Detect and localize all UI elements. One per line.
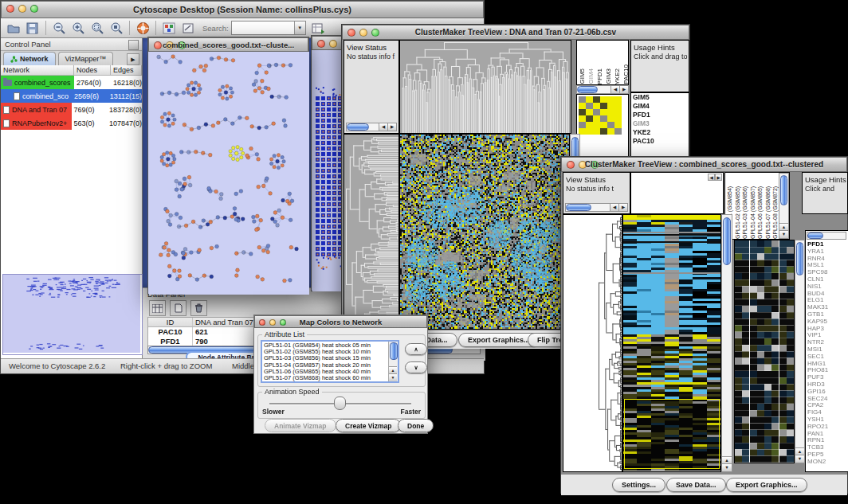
- zoom-in-icon[interactable]: [69, 20, 88, 37]
- column-label: YKE2: [614, 68, 622, 84]
- search-input[interactable]: [232, 22, 294, 33]
- zoom-selected-icon[interactable]: [88, 20, 107, 37]
- tab-overflow-icon[interactable]: ▶: [127, 53, 139, 65]
- speed-slider-thumb[interactable]: [334, 397, 346, 410]
- create-vizmap-button[interactable]: Create Vizmap: [336, 419, 401, 432]
- attribute-item[interactable]: GPL51-07 (GSM868) heat shock 60 min: [264, 375, 388, 381]
- birdseye-view[interactable]: [2, 274, 143, 355]
- scroll-left-icon[interactable]: ◀: [610, 204, 618, 211]
- scroll-down-icon[interactable]: ▼: [722, 463, 732, 471]
- treeview-button-bar: Settings...Save Data...Export Graphics..…: [561, 474, 847, 495]
- gene-label[interactable]: PFD1: [631, 111, 689, 119]
- column-nodes[interactable]: Nodes: [74, 65, 111, 76]
- scroll-left-icon[interactable]: ◀: [708, 174, 715, 181]
- column-dendrogram-panel[interactable]: ◀ ▶: [630, 172, 724, 214]
- column-edges[interactable]: Edges: [111, 65, 142, 76]
- scroll-right-icon[interactable]: ▶: [715, 174, 722, 181]
- scroll-right-icon[interactable]: ▶: [387, 123, 396, 131]
- done-button[interactable]: Done: [398, 419, 434, 432]
- move-up-button[interactable]: ∧: [405, 343, 427, 355]
- scroll-down-icon[interactable]: ▼: [779, 230, 788, 238]
- save-button[interactable]: [23, 20, 42, 37]
- network-view-canvas[interactable]: [149, 52, 309, 295]
- network-list-row[interactable]: RNAPuberNov2+563(0)107847(0): [1, 116, 142, 130]
- scrollbar-thumb[interactable]: [347, 123, 369, 131]
- h-scrollbar[interactable]: ◀ ▶: [346, 123, 397, 131]
- gene-label[interactable]: YKE2: [631, 128, 689, 137]
- listbox-scrollbar[interactable]: ▲ ▼: [388, 342, 398, 381]
- vizmapper-icon[interactable]: [159, 20, 179, 37]
- attribute-listbox[interactable]: GPL51-01 (GSM854) heat shock 05 minGPL51…: [261, 340, 399, 383]
- treeview-dna-title: ClusterMaker TreeView : DNA and Tran 07-…: [343, 28, 689, 37]
- help-icon[interactable]: [133, 20, 152, 37]
- gene-label[interactable]: GIM4: [631, 102, 689, 111]
- delete-attribute-icon[interactable]: [190, 300, 207, 316]
- column-labels-scrollbar[interactable]: ▲ ▼: [779, 173, 789, 239]
- folder-icon: [3, 80, 12, 86]
- scrollbar-thumb[interactable]: [807, 232, 823, 239]
- gene-list: PFD1YRA1RNR4MSL1SPC98CLN1NIS1BUD4ELG1MAK…: [807, 241, 848, 471]
- scroll-left-icon[interactable]: ◀: [610, 86, 619, 93]
- scroll-down-icon[interactable]: ▼: [389, 373, 397, 381]
- column-labels-panel[interactable]: GIM5GIM4PFD1GIM3YKE2PAC10: [576, 40, 629, 85]
- row-dendrogram-panel[interactable]: [563, 214, 622, 472]
- attribute-table-icon[interactable]: [149, 300, 166, 316]
- h-scrollbar[interactable]: ◀ ▶: [565, 203, 628, 212]
- zoom-fit-icon[interactable]: [107, 20, 126, 37]
- zoom-heatmap-panel[interactable]: [734, 240, 795, 463]
- scroll-down-icon[interactable]: ▼: [795, 455, 804, 463]
- scrollbar-thumb[interactable]: [796, 242, 803, 275]
- titlebar[interactable]: Map Colors to Network: [254, 315, 427, 328]
- h-scrollbar[interactable]: [807, 232, 846, 240]
- scroll-right-icon[interactable]: ▶: [619, 86, 628, 93]
- new-attribute-icon[interactable]: [170, 300, 186, 316]
- search-dropdown-icon[interactable]: ▼: [294, 21, 305, 34]
- view-status-text: No status info t: [566, 185, 630, 193]
- network-list-row[interactable]: DNA and Tran 07769(0)183728(0): [1, 103, 142, 116]
- float-panel-icon[interactable]: [128, 40, 139, 50]
- close-icon[interactable]: [317, 40, 325, 48]
- gene-label[interactable]: MON2: [807, 459, 848, 466]
- open-file-button[interactable]: [4, 20, 23, 37]
- move-down-button[interactable]: ∨: [405, 361, 427, 373]
- heatmap-panel[interactable]: [399, 134, 570, 330]
- scrollbar-thumb[interactable]: [723, 217, 731, 265]
- gene-label[interactable]: GIM3: [631, 119, 689, 128]
- gene-label[interactable]: GIM5: [631, 93, 689, 102]
- animation-speed-group: Animation Speed Slower Faster: [257, 392, 426, 419]
- minimize-icon[interactable]: [329, 40, 337, 48]
- scroll-right-icon[interactable]: ▶: [618, 204, 627, 211]
- column-network[interactable]: Network: [1, 65, 74, 76]
- v-scrollbar[interactable]: ▲ ▼: [721, 214, 732, 472]
- h-scrollbar[interactable]: ◀ ▶: [576, 85, 629, 94]
- titlebar[interactable]: ClusterMaker TreeView : combined_scores_…: [561, 157, 847, 172]
- heatmap-panel[interactable]: [622, 214, 721, 472]
- tab-network[interactable]: Network: [3, 52, 56, 65]
- treeview-button[interactable]: Settings...: [612, 478, 665, 492]
- gene-list-panel[interactable]: PFD1YRA1RNR4MSL1SPC98CLN1NIS1BUD4ELG1MAK…: [805, 230, 848, 472]
- import-table-icon[interactable]: [309, 20, 328, 37]
- scrollbar-thumb[interactable]: [390, 342, 398, 360]
- id-column-header[interactable]: ID: [148, 318, 193, 326]
- row-dendrogram-panel[interactable]: [344, 134, 399, 330]
- view-status-panel: View Status No status info t ◀ ▶: [563, 172, 630, 214]
- network-window-title: combined_scores_good.txt--cluste...: [149, 41, 308, 49]
- scrollbar-thumb[interactable]: [566, 204, 591, 211]
- main-titlebar[interactable]: Cytoscape Desktop (Session Name: collins…: [1, 1, 484, 18]
- column-dendrogram-panel[interactable]: [399, 40, 571, 134]
- tab-vizmapper[interactable]: VizMapper™: [58, 52, 114, 65]
- scrollbar-thumb[interactable]: [780, 175, 787, 205]
- animate-vizmap-button[interactable]: Animate Vizmap: [265, 419, 336, 432]
- scroll-left-icon[interactable]: ◀: [379, 123, 387, 131]
- treeview-button[interactable]: Save Data...: [666, 478, 726, 492]
- gene-label[interactable]: PAC10: [631, 137, 689, 146]
- titlebar[interactable]: ClusterMaker TreeView : DNA and Tran 07-…: [342, 25, 689, 40]
- treeview-button[interactable]: Export Graphics...: [726, 478, 807, 492]
- network-list-row[interactable]: combined_sco2569(6)13112(15): [1, 89, 142, 103]
- zoom-heatmap-scrollbar[interactable]: ▲ ▼: [795, 240, 805, 463]
- annotation-icon[interactable]: [179, 20, 198, 37]
- network-list-row[interactable]: combined_scores2764(0)16218(0): [1, 76, 142, 89]
- scrollbar-thumb[interactable]: [577, 86, 598, 93]
- titlebar[interactable]: combined_scores_good.txt--cluste...: [148, 37, 308, 52]
- zoom-out-icon[interactable]: [49, 20, 69, 37]
